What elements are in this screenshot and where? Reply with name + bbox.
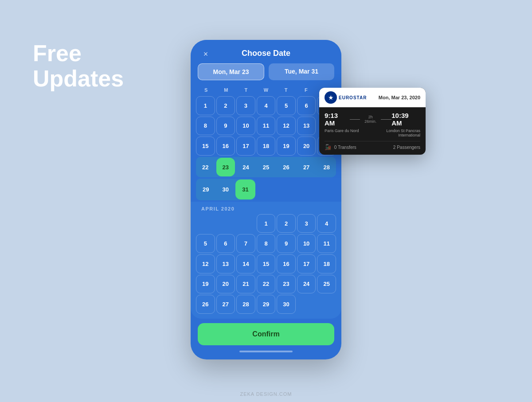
apr-day-10[interactable]: 10 [297,234,316,253]
apr-day-26[interactable]: 26 [196,295,215,314]
day-12[interactable]: 12 [277,117,296,136]
arrive-time: 10:39 AM [391,112,420,127]
apr-day-13[interactable]: 13 [216,254,235,273]
day-5[interactable]: 5 [277,96,296,115]
day-15[interactable]: 15 [196,137,215,156]
apr-day-20[interactable]: 20 [216,275,235,294]
april-week4: 19 20 21 22 23 24 25 [196,275,336,294]
april-week5: 26 27 28 29 30 [196,295,336,314]
day-9[interactable]: 9 [216,117,235,136]
empty-apr1 [297,295,316,314]
apr-day-25[interactable]: 25 [317,275,336,294]
eurostar-logo: EUROSTAR [325,91,367,104]
day-26[interactable]: 26 [277,158,296,177]
day-2[interactable]: 2 [216,96,235,115]
apr-day-23[interactable]: 23 [277,275,296,294]
day-mon: M [216,86,236,94]
apr-day-18[interactable]: 18 [317,254,336,273]
day-17[interactable]: 17 [236,137,255,156]
apr-day-15[interactable]: 15 [257,254,276,273]
apr-day-27[interactable]: 27 [216,295,235,314]
day-3[interactable]: 3 [236,96,255,115]
apr-day-16[interactable]: 16 [277,254,296,273]
apr-day-1[interactable]: 1 [257,214,276,233]
apr-day-30[interactable]: 30 [277,295,296,314]
apr-day-2[interactable]: 2 [277,214,296,233]
date-from-pill[interactable]: Mon, Mar 23 [198,63,264,80]
day-22[interactable]: 22 [196,158,215,177]
day-8[interactable]: 8 [196,117,215,136]
date-to-pill[interactable]: Tue, Mar 31 [269,63,334,80]
apr-day-22[interactable]: 22 [257,275,276,294]
day-24[interactable]: 24 [236,158,255,177]
date-selector-row: Mon, Mar 23 Tue, Mar 31 [191,63,341,86]
april-week2: 5 6 7 8 9 10 11 [196,234,336,253]
day-11[interactable]: 11 [257,117,276,136]
date-picker-modal: × Choose Date Mon, Mar 23 Tue, Mar 31 S … [191,40,341,359]
close-button[interactable]: × [200,48,212,60]
apr-day-14[interactable]: 14 [236,254,255,273]
apr-day-4[interactable]: 4 [317,214,336,233]
day-19[interactable]: 19 [277,137,296,156]
ticket-body: 9:13 AM 2h 26min. 10:39 AM Paris Gare du… [319,107,426,155]
day-tue: T [236,86,256,94]
empty1 [196,214,215,233]
day-10[interactable]: 10 [236,117,255,136]
apr-day-19[interactable]: 19 [196,275,215,294]
apr-day-21[interactable]: 21 [236,275,255,294]
day-23-selected[interactable]: 23 [216,158,235,177]
apr-day-6[interactable]: 6 [216,234,235,253]
apr-day-3[interactable]: 3 [297,214,316,233]
ticket-date: Mon, Mar 23, 2020 [379,95,420,100]
day-29[interactable]: 29 [196,180,216,199]
day-4[interactable]: 4 [257,96,276,115]
day-13[interactable]: 13 [297,117,316,136]
day-25[interactable]: 25 [257,158,276,177]
apr-day-11[interactable]: 11 [317,234,336,253]
day-30[interactable]: 30 [216,180,236,199]
april-label: APRIL 2020 [196,202,336,214]
duration: 2h 26min. [350,115,392,124]
apr-day-5[interactable]: 5 [196,234,215,253]
march-week4-range: 22 23 24 25 26 27 28 [196,157,336,178]
apr-day-12[interactable]: 12 [196,254,215,273]
transfers-info: 🚂 0 Transfers [325,144,356,150]
apr-day-8[interactable]: 8 [257,234,276,253]
day-31-selected[interactable]: 31 [235,180,255,199]
eurostar-name: EUROSTAR [339,95,367,100]
apr-day-9[interactable]: 9 [277,234,296,253]
apr-day-28[interactable]: 28 [236,295,255,314]
day-20[interactable]: 20 [297,137,316,156]
day-28[interactable]: 28 [317,158,336,177]
apr-day-17[interactable]: 17 [297,254,316,273]
free-updates-label: Free Updates [33,41,124,91]
duration-line: 2h 26min. [350,115,392,124]
ticket-card: EUROSTAR Mon, Mar 23, 2020 9:13 AM 2h 26… [319,88,426,155]
day-18[interactable]: 18 [257,137,276,156]
day-16[interactable]: 16 [216,137,235,156]
apr-day-7[interactable]: 7 [236,234,255,253]
eurostar-star-icon [325,91,337,104]
apr-day-24[interactable]: 24 [297,275,316,294]
train-icon: 🚂 [325,144,331,150]
march-week3: 15 16 17 18 19 20 21 [196,137,336,156]
passengers-info: 2 Passengers [393,145,420,150]
ticket-times: 9:13 AM 2h 26min. 10:39 AM [325,112,420,127]
march-week5-range-inner: 29 30 31 [196,179,255,200]
confirm-button[interactable]: Confirm [198,323,334,345]
day-sun: S [196,86,216,94]
day-fri: F [296,86,316,94]
modal-header: × Choose Date [191,40,341,63]
modal-title: Choose Date [242,49,290,58]
day-1[interactable]: 1 [196,96,215,115]
empty3 [236,214,255,233]
april-week3: 12 13 14 15 16 17 18 [196,254,336,273]
day-wed: W [256,86,276,94]
apr-day-29[interactable]: 29 [257,295,276,314]
empty-apr2 [317,295,336,314]
depart-station: Paris Gare du Nord [325,129,359,137]
day-6[interactable]: 6 [297,96,316,115]
april-calendar: APRIL 2020 1 2 3 4 5 6 7 8 9 10 11 12 13… [191,202,341,319]
april-week1: 1 2 3 4 [196,214,336,233]
day-27[interactable]: 27 [297,158,316,177]
